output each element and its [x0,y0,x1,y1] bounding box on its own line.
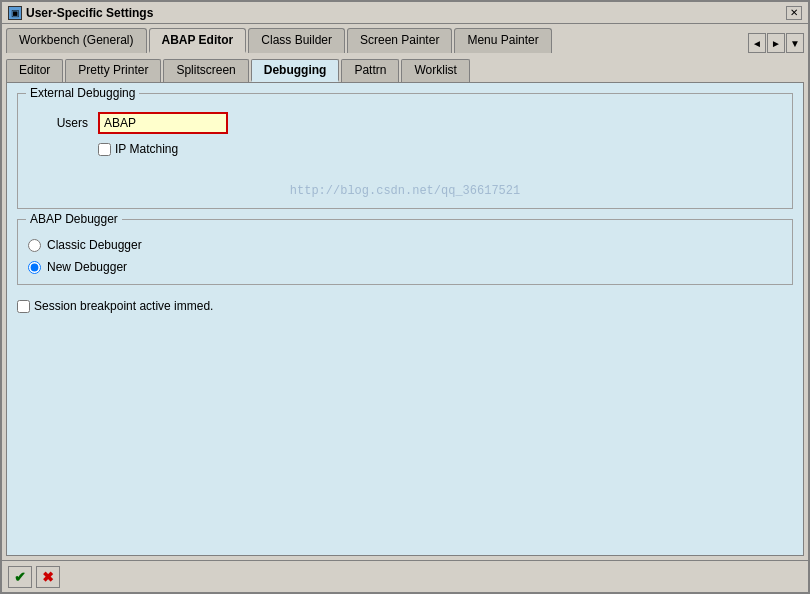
title-bar-controls: ✕ [786,6,802,20]
new-debugger-radio[interactable] [28,261,41,274]
tab-screen-painter[interactable]: Screen Painter [347,28,452,53]
classic-debugger-row: Classic Debugger [28,238,782,252]
classic-debugger-label: Classic Debugger [47,238,142,252]
external-debugging-group: External Debugging Users IP Matching htt… [17,93,793,209]
tab-worklist[interactable]: Worklist [401,59,469,82]
tab-arrow-menu[interactable]: ▼ [786,33,804,53]
tab-arrow-right[interactable]: ► [767,33,785,53]
new-debugger-row: New Debugger [28,260,782,274]
tab-splitscreen[interactable]: Splitscreen [163,59,248,82]
abap-debugger-group: ABAP Debugger Classic Debugger New Debug… [17,219,793,285]
tab-abap-editor[interactable]: ABAP Editor [149,28,247,53]
tab-menu-painter[interactable]: Menu Painter [454,28,551,53]
external-debugging-title: External Debugging [26,86,139,100]
tab-arrow-left[interactable]: ◄ [748,33,766,53]
ip-matching-row: IP Matching [98,142,782,156]
main-window: ▣ User-Specific Settings ✕ Workbench (Ge… [0,0,810,594]
ip-matching-checkbox[interactable] [98,143,111,156]
window-icon: ▣ [8,6,22,20]
watermark-text: http://blog.csdn.net/qq_36617521 [28,184,782,198]
tab-pretty-printer[interactable]: Pretty Printer [65,59,161,82]
abap-debugger-title: ABAP Debugger [26,212,122,226]
new-debugger-label: New Debugger [47,260,127,274]
bottom-toolbar: ✔ ✖ [2,560,808,592]
classic-debugger-radio[interactable] [28,239,41,252]
ip-matching-label: IP Matching [115,142,178,156]
tab-editor[interactable]: Editor [6,59,63,82]
content-area: Editor Pretty Printer Splitscreen Debugg… [2,55,808,560]
session-breakpoint-checkbox[interactable] [17,300,30,313]
window-title: User-Specific Settings [26,6,153,20]
inner-tab-bar: Editor Pretty Printer Splitscreen Debugg… [6,59,804,82]
tab-scroll-arrows: ◄ ► ▼ [748,33,804,53]
title-bar: ▣ User-Specific Settings ✕ [2,2,808,24]
session-breakpoint-label: Session breakpoint active immed. [34,299,213,313]
users-row: Users [28,112,782,134]
users-input[interactable] [98,112,228,134]
users-label: Users [28,116,88,130]
main-panel: External Debugging Users IP Matching htt… [6,82,804,556]
tab-class-builder[interactable]: Class Builder [248,28,345,53]
confirm-button[interactable]: ✔ [8,566,32,588]
abap-debugger-content: Classic Debugger New Debugger [28,234,782,274]
tab-debugging[interactable]: Debugging [251,59,340,82]
tab-workbench[interactable]: Workbench (General) [6,28,147,53]
external-debugging-content: Users IP Matching http://blog.csdn.net/q… [28,108,782,198]
cancel-button[interactable]: ✖ [36,566,60,588]
title-bar-left: ▣ User-Specific Settings [8,6,153,20]
tab-pattrn[interactable]: Pattrn [341,59,399,82]
session-breakpoint-row: Session breakpoint active immed. [17,299,793,313]
main-tab-bar: Workbench (General) ABAP Editor Class Bu… [2,24,808,55]
close-button[interactable]: ✕ [786,6,802,20]
